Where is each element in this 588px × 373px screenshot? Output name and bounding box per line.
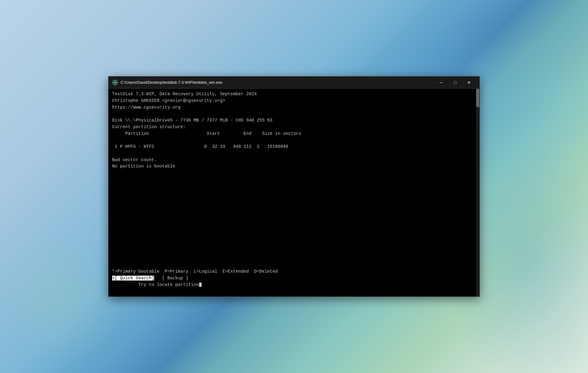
term-line-4 xyxy=(112,111,472,117)
term-line-10 xyxy=(112,150,472,157)
term-line-9: 1 P HPFS - NTFS 0 32 33 940 111 3 151060… xyxy=(112,144,472,150)
quick-search-option[interactable]: >[ Quick Search] xyxy=(112,276,154,281)
titlebar: C:\Users\David\Desktop\testdisk-7.3-WIP\… xyxy=(108,76,480,89)
term-empty-15 xyxy=(112,262,472,269)
term-empty-4 xyxy=(112,190,472,196)
term-empty-8 xyxy=(112,216,472,222)
term-line-1: TestDisk 7.3-WIP, Data Recovery Utility,… xyxy=(112,91,472,98)
scrollbar-thumb[interactable] xyxy=(476,89,479,107)
scrollbar[interactable] xyxy=(476,89,480,297)
cursor xyxy=(199,283,202,287)
close-button[interactable]: ✕ xyxy=(462,78,476,87)
term-line-11: Bad sector count. xyxy=(112,157,472,164)
term-line-2: Christophe GRENIER <grenier@cgsecurity.o… xyxy=(112,98,472,104)
term-line-6: Current partition structure: xyxy=(112,124,472,131)
term-empty-5 xyxy=(112,196,472,203)
term-empty-3 xyxy=(112,183,472,190)
app-icon xyxy=(112,79,118,86)
term-empty-13 xyxy=(112,249,472,255)
application-window: C:\Users\David\Desktop\testdisk-7.3-WIP\… xyxy=(108,76,480,297)
terminal-output[interactable]: TestDisk 7.3-WIP, Data Recovery Utility,… xyxy=(108,89,476,297)
maximize-button[interactable]: □ xyxy=(448,78,462,87)
term-line-7: Partition Start End Size in sectors xyxy=(112,131,472,137)
window-controls: ─ □ ✕ xyxy=(434,78,476,87)
content-area: TestDisk 7.3-WIP, Data Recovery Utility,… xyxy=(108,89,480,297)
term-line-12: No partition is bootable xyxy=(112,163,472,170)
backup-option[interactable]: [ Backup ] xyxy=(162,276,188,281)
term-status: Try to locate partition xyxy=(112,282,472,288)
term-legend: *=Primary bootable P=Primary L=Logical E… xyxy=(112,268,472,275)
term-menu: >[ Quick Search] [ Backup ] xyxy=(112,275,472,282)
svg-point-1 xyxy=(114,81,116,84)
term-empty-10 xyxy=(112,229,472,236)
term-line-5: Disk \\.\PhysicalDrive5 - 7736 MB / 7377… xyxy=(112,117,472,124)
term-empty-1 xyxy=(112,170,472,177)
term-empty-14 xyxy=(112,255,472,262)
term-line-8 xyxy=(112,137,472,144)
term-empty-6 xyxy=(112,203,472,209)
term-line-3: https://www.cgsecurity.org xyxy=(112,104,472,111)
window-title: C:\Users\David\Desktop\testdisk-7.3-WIP\… xyxy=(121,80,434,85)
status-text: Try to locate partition xyxy=(125,282,199,287)
term-empty-2 xyxy=(112,177,472,183)
term-empty-11 xyxy=(112,236,472,242)
term-empty-7 xyxy=(112,209,472,216)
term-empty-9 xyxy=(112,222,472,229)
term-empty-12 xyxy=(112,242,472,249)
minimize-button[interactable]: ─ xyxy=(434,78,448,87)
